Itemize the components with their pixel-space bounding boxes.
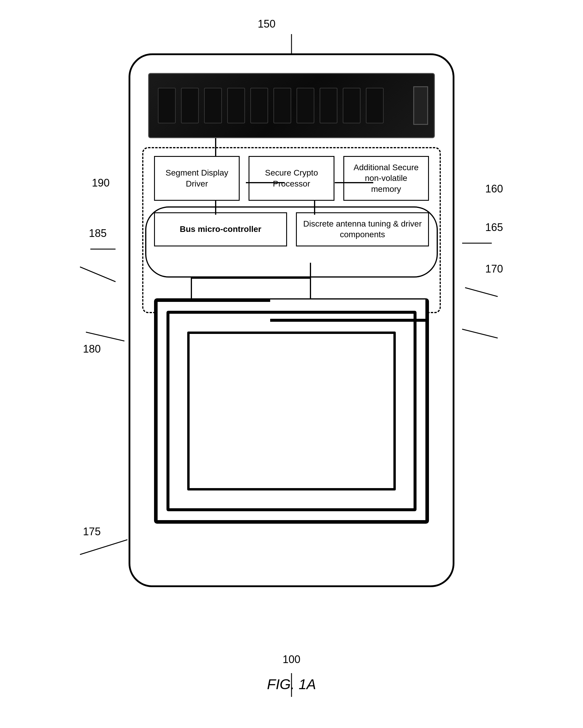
seg-char-9 bbox=[343, 88, 361, 123]
display-segments bbox=[158, 80, 410, 131]
seg-char-10 bbox=[366, 88, 384, 123]
svg-line-7 bbox=[86, 332, 124, 341]
secure-crypto-processor-label: Secure Crypto Processor bbox=[254, 167, 329, 189]
h-connector-2 bbox=[335, 182, 373, 183]
ref-150: 150 bbox=[258, 18, 276, 30]
seg-char-1 bbox=[158, 88, 176, 123]
seg-char-8 bbox=[320, 88, 337, 123]
display-small-rect bbox=[413, 86, 428, 125]
seg-char-3 bbox=[204, 88, 222, 123]
display-area bbox=[148, 73, 435, 138]
device-card: Segment Display Driver Secure Crypto Pro… bbox=[129, 53, 454, 587]
coil-inner bbox=[187, 332, 396, 491]
additional-secure-memory-label: Additional Secure non-volatile memory bbox=[349, 162, 423, 194]
ref-190: 190 bbox=[92, 177, 110, 189]
coil-middle bbox=[166, 311, 417, 511]
connector-v2 bbox=[215, 200, 216, 215]
ref-180: 180 bbox=[83, 343, 101, 355]
seg-char-4 bbox=[227, 88, 245, 123]
segment-display-driver-box: Segment Display Driver bbox=[154, 156, 240, 201]
segment-display-driver-label: Segment Display Driver bbox=[160, 167, 234, 189]
discrete-antenna-label: Discrete antenna tuning & driver compone… bbox=[302, 218, 423, 240]
bus-microcontroller-label: Bus micro-controller bbox=[180, 224, 261, 235]
ref-185: 185 bbox=[89, 227, 107, 240]
svg-line-5 bbox=[462, 329, 498, 338]
svg-line-2 bbox=[80, 267, 115, 282]
seg-char-5 bbox=[250, 88, 268, 123]
secure-crypto-processor-box: Secure Crypto Processor bbox=[249, 156, 334, 201]
ref-160: 160 bbox=[485, 183, 503, 195]
bus-microcontroller-box: Bus micro-controller bbox=[154, 212, 287, 246]
components-row1: Segment Display Driver Secure Crypto Pro… bbox=[154, 156, 429, 201]
ref-175: 175 bbox=[83, 525, 101, 538]
fig-label: FIG. 1A bbox=[267, 676, 316, 693]
coil-outer bbox=[154, 298, 429, 524]
seg-char-2 bbox=[181, 88, 199, 123]
discrete-antenna-box: Discrete antenna tuning & driver compone… bbox=[296, 212, 429, 246]
antenna-area bbox=[154, 298, 429, 524]
seg-char-6 bbox=[273, 88, 291, 123]
components-row2: Bus micro-controller Discrete antenna tu… bbox=[154, 212, 429, 246]
h-connector-1 bbox=[246, 182, 284, 183]
ref-170: 170 bbox=[485, 263, 503, 275]
connector-v3 bbox=[314, 200, 315, 215]
display-inner bbox=[149, 74, 434, 137]
ref-165: 165 bbox=[485, 221, 503, 234]
connector-h1 bbox=[191, 278, 311, 279]
additional-secure-memory-box: Additional Secure non-volatile memory bbox=[343, 156, 429, 201]
svg-line-4 bbox=[465, 288, 498, 296]
ref-100: 100 bbox=[283, 653, 300, 666]
svg-line-6 bbox=[80, 540, 128, 554]
seg-char-7 bbox=[297, 88, 314, 123]
page-container: 150 bbox=[0, 0, 583, 728]
